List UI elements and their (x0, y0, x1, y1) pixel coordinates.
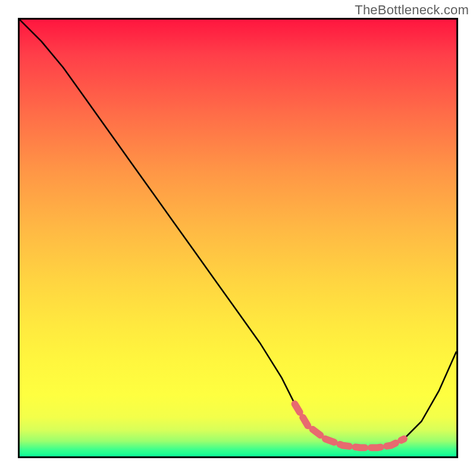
bottleneck-curve-path (20, 20, 456, 447)
highlight-segment-path (295, 404, 403, 447)
chart-container: TheBottleneck.com (0, 0, 476, 476)
curve-svg (20, 20, 456, 456)
watermark-label: TheBottleneck.com (355, 2, 469, 18)
plot-area (18, 18, 458, 458)
